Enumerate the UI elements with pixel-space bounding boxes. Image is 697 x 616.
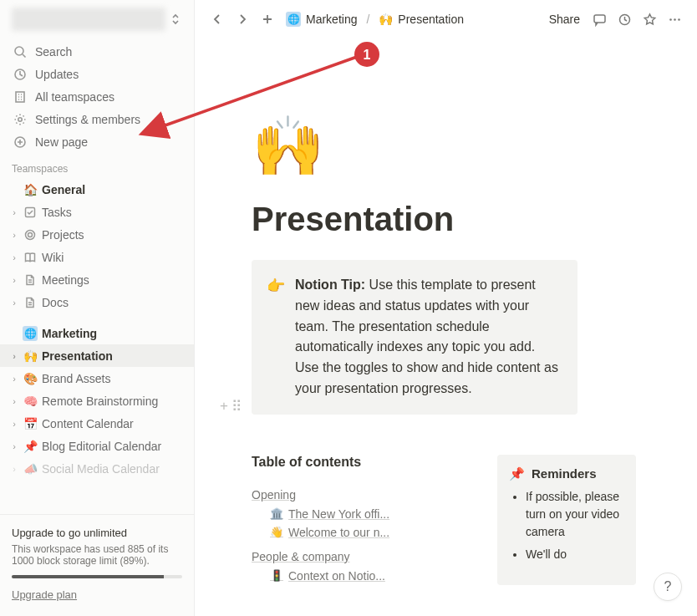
callout-tip-label: Notion Tip: (295, 277, 365, 292)
sidebar-settings-members[interactable]: Settings & members (0, 108, 194, 130)
callout-tip-text: Use this template to present new ideas a… (295, 277, 558, 395)
toc-heading: Table of contents (252, 455, 474, 470)
page-meetings-label: Meetings (42, 273, 89, 287)
page-projects[interactable]: › Projects (0, 223, 194, 246)
upgrade-plan-link[interactable]: Upgrade plan (12, 588, 77, 601)
chevron-right-icon[interactable]: › (7, 252, 22, 262)
favorite-button[interactable] (638, 8, 660, 30)
search-icon (12, 43, 28, 60)
toc-link-welcome[interactable]: 👋 Welcome to our n... (270, 523, 410, 542)
sidebar: Search Updates All teamspaces Settings &… (0, 0, 195, 616)
chevron-right-icon[interactable]: › (7, 351, 22, 361)
hands-emoji-icon: 🙌 (379, 13, 393, 26)
expand-collapse-icon[interactable] (165, 9, 186, 29)
page-presentation[interactable]: › 🙌 Presentation (0, 344, 194, 367)
sidebar-updates[interactable]: Updates (0, 63, 194, 85)
teamspace-marketing-label: Marketing (42, 327, 97, 340)
teamspace-general[interactable]: 🏠 General (0, 178, 194, 201)
nav-forward-button[interactable] (231, 8, 253, 30)
history-button[interactable] (613, 8, 635, 30)
page-projects-label: Projects (42, 228, 84, 242)
breadcrumb-presentation-label: Presentation (398, 13, 464, 26)
workspace-switcher[interactable] (0, 0, 194, 38)
sidebar-all-teamspaces-label: All teamspaces (35, 90, 114, 104)
pin-emoji-icon: 📌 (22, 440, 38, 453)
page-tasks[interactable]: › Tasks (0, 201, 194, 223)
sidebar-new-page[interactable]: New page (0, 130, 194, 153)
megaphone-emoji-icon: 📣 (22, 462, 38, 476)
page-title[interactable]: Presentation (252, 201, 697, 238)
chevron-right-icon[interactable]: › (7, 230, 22, 240)
page-brand-assets-label: Brand Assets (42, 372, 111, 385)
sidebar-settings-label: Settings & members (35, 113, 140, 126)
page-docs-label: Docs (42, 296, 69, 309)
breadcrumb-separator: / (364, 13, 371, 26)
sidebar-all-teamspaces[interactable]: All teamspaces (0, 85, 194, 108)
breadcrumb-presentation[interactable]: 🙌 Presentation (374, 11, 468, 28)
page-blog-editorial-label: Blog Editorial Calendar (42, 440, 161, 453)
reminder-item: If possible, please turn on your video c… (526, 488, 624, 541)
upgrade-text: This workspace has used 885 of its 1000 … (12, 543, 182, 567)
page-social-media-label: Social Media Calendar (42, 462, 160, 476)
svg-point-12 (678, 18, 680, 21)
page-wiki[interactable]: › Wiki (0, 246, 194, 268)
palette-emoji-icon: 🎨 (22, 372, 38, 385)
svg-point-0 (15, 47, 23, 55)
teamspace-marketing[interactable]: 🌐 Marketing (0, 322, 194, 344)
toc-link-context-notion[interactable]: 🚦 Context on Notio... (270, 567, 410, 585)
page-brand-assets[interactable]: › 🎨 Brand Assets (0, 367, 194, 389)
upgrade-notice: Upgrade to go unlimited This workspace h… (0, 514, 194, 616)
pointing-hand-icon: 👉 (267, 275, 285, 400)
page-icon[interactable]: 🙌 (252, 117, 697, 176)
more-options-button[interactable] (664, 8, 685, 30)
target-icon (22, 229, 38, 241)
drag-handle-icon[interactable]: ⠿ (231, 398, 242, 415)
svg-point-10 (669, 18, 672, 21)
page-content-calendar-label: Content Calendar (42, 417, 134, 430)
nav-back-button[interactable] (206, 8, 228, 30)
comments-button[interactable] (588, 8, 610, 30)
brain-emoji-icon: 🧠 (22, 395, 38, 408)
sidebar-search-label: Search (35, 45, 72, 59)
chevron-right-icon[interactable]: › (7, 419, 22, 429)
svg-rect-8 (594, 15, 605, 23)
sidebar-search[interactable]: Search (0, 40, 194, 63)
chevron-right-icon[interactable]: › (7, 275, 22, 285)
toc-section-opening[interactable]: Opening (252, 488, 296, 501)
toc-link-ny-office[interactable]: 🏛️ The New York offi... (270, 505, 410, 523)
chevron-right-icon[interactable]: › (7, 374, 22, 384)
globe-icon: 🌐 (22, 326, 38, 341)
storage-progress-bar (12, 575, 182, 578)
building-icon (12, 89, 28, 105)
help-button[interactable]: ? (654, 573, 682, 601)
block-gutter: + ⠿ (220, 398, 242, 415)
chevron-right-icon[interactable]: › (7, 464, 22, 474)
chevron-right-icon[interactable]: › (7, 396, 22, 406)
chevron-right-icon[interactable]: › (7, 298, 22, 308)
main-content-area: 🌐 Marketing / 🙌 Presentation Share 🙌 Pre… (195, 0, 697, 616)
book-open-icon (22, 252, 38, 263)
svg-rect-2 (16, 92, 24, 102)
page-presentation-label: Presentation (42, 349, 113, 363)
toc-section-people-company[interactable]: People & company (252, 550, 350, 563)
callout-tip[interactable]: 👉 Notion Tip: Use this template to prese… (252, 260, 577, 415)
building-emoji-icon: 🏛️ (270, 507, 283, 520)
page-meetings[interactable]: › Meetings (0, 268, 194, 291)
page-social-media-calendar[interactable]: › 📣 Social Media Calendar (0, 457, 194, 480)
page-blog-editorial-calendar[interactable]: › 📌 Blog Editorial Calendar (0, 435, 194, 457)
breadcrumb-marketing[interactable]: 🌐 Marketing (282, 10, 361, 28)
page-tasks-label: Tasks (42, 206, 72, 219)
page-docs[interactable]: › Docs (0, 291, 194, 313)
chevron-right-icon[interactable]: › (7, 441, 22, 451)
add-block-button[interactable]: + (220, 398, 228, 415)
chevron-right-icon[interactable]: › (7, 207, 22, 217)
share-button[interactable]: Share (544, 11, 585, 28)
svg-point-11 (674, 18, 676, 21)
reminders-callout[interactable]: 📌 Reminders If possible, please turn on … (497, 455, 636, 585)
reminders-heading: Reminders (532, 466, 597, 481)
document-icon (22, 274, 38, 286)
breadcrumb-marketing-label: Marketing (306, 13, 357, 26)
new-tab-button[interactable] (257, 8, 278, 30)
page-remote-brainstorming[interactable]: › 🧠 Remote Brainstorming (0, 389, 194, 412)
page-content-calendar[interactable]: › 📅 Content Calendar (0, 412, 194, 435)
